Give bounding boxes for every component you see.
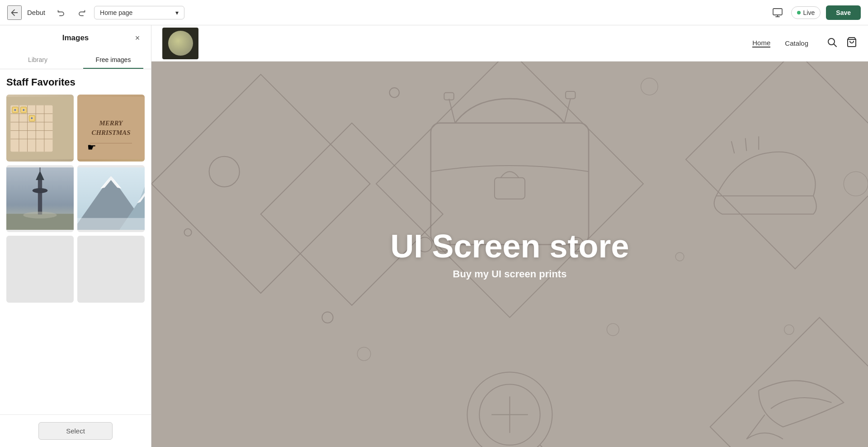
hero-subtitle: Buy my UI screen prints [390,268,629,280]
image-item-mountains[interactable] [77,165,145,232]
svg-text:✦: ✦ [30,116,33,120]
close-button[interactable]: × [131,32,144,44]
sidebar-tabs: Library Free images [0,51,151,69]
tab-library[interactable]: Library [0,51,75,69]
main-layout: Images × Library Free images Staff Favor… [0,25,868,447]
save-button[interactable]: Save [826,5,861,20]
sidebar-title: Images [62,33,89,43]
select-button[interactable]: Select [38,422,113,440]
image-item-tower[interactable] [6,165,74,232]
nav-icons [826,37,857,50]
cart-icon[interactable] [846,37,857,50]
search-icon[interactable] [826,37,837,50]
svg-text:MERRY: MERRY [99,119,124,127]
device-toggle[interactable] [769,5,786,21]
nav-link-catalog[interactable]: Catalog [785,39,808,47]
page-selector[interactable]: Home page ▾ [94,6,184,19]
app-title: Debut [27,9,45,16]
image-grid: ✦ ✦ ✦ MERRY CHRISTMAS [6,95,145,303]
image-item-cookies[interactable]: ✦ ✦ ✦ [6,95,74,162]
hero-text-container: UI Screen store Buy my UI screen prints [390,228,629,280]
svg-rect-0 [773,9,782,15]
store-navbar: Home Catalog [151,25,868,62]
hero-title: UI Screen store [390,228,629,264]
svg-rect-25 [38,180,42,214]
svg-point-27 [33,188,48,193]
logo-image [168,31,193,56]
svg-text:✦: ✦ [22,108,25,112]
chevron-down-icon: ▾ [175,9,179,16]
live-label: Live [803,9,815,16]
undo-button[interactable] [54,5,69,20]
live-indicator[interactable]: Live [791,6,821,19]
sidebar-content: Staff Favorites [0,69,151,414]
page-selector-label: Home page [100,9,132,16]
image-item-christmas[interactable]: MERRY CHRISTMAS ☛ [77,95,145,162]
section-heading: Staff Favorites [6,76,145,88]
images-sidebar: Images × Library Free images Staff Favor… [0,25,151,447]
svg-rect-19 [77,97,145,159]
image-item-placeholder-2[interactable] [77,236,145,303]
sidebar-footer: Select [0,414,151,447]
tab-free-images[interactable]: Free images [75,51,151,69]
svg-text:CHRISTMAS: CHRISTMAS [91,129,130,136]
svg-line-38 [834,44,837,47]
svg-rect-28 [40,167,41,171]
main-canvas: Home Catalog [151,25,868,447]
live-status-dot [797,11,801,14]
svg-rect-36 [77,218,145,230]
svg-point-29 [23,212,57,219]
store-logo [162,28,198,59]
nav-links: Home Catalog [752,39,808,48]
image-item-placeholder-1[interactable] [6,236,74,303]
back-button[interactable] [7,5,22,20]
redo-button[interactable] [74,5,89,20]
hero-banner: UI Screen store Buy my UI screen prints [151,62,868,447]
svg-text:✦: ✦ [14,108,17,112]
topbar: Debut Home page ▾ Live Save [0,0,868,25]
sidebar-header: Images × [0,25,151,51]
nav-link-home[interactable]: Home [752,39,770,48]
